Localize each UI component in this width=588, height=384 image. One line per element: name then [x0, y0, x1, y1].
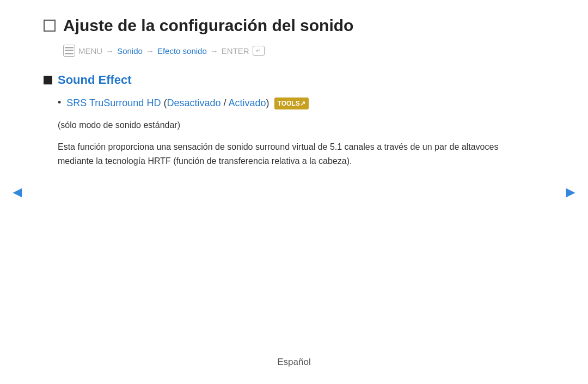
breadcrumb-efecto: Efecto sonido — [157, 46, 207, 56]
title-checkbox — [44, 20, 56, 32]
svg-rect-1 — [65, 50, 74, 52]
bullet-content-srs: SRS TruSurround HD (Desactivado / Activa… — [66, 96, 308, 111]
svg-rect-0 — [65, 47, 74, 48]
nav-arrow-left[interactable]: ◄ — [10, 184, 25, 201]
bullet-dot: • — [58, 97, 61, 108]
page-container: Ajuste de la configuración del sonido ME… — [0, 0, 588, 384]
title-section: Ajuste de la configuración del sonido — [44, 16, 544, 35]
bullet-item-srs: • SRS TruSurround HD (Desactivado / Acti… — [58, 96, 544, 111]
sub-note: (sólo modo de sonido estándar) — [58, 118, 544, 132]
srs-label: SRS TruSurround HD — [66, 97, 161, 108]
enter-icon: ↵ — [253, 46, 265, 56]
section-header: Sound Effect — [44, 73, 544, 87]
content-section: Sound Effect • SRS TruSurround HD (Desac… — [44, 73, 544, 168]
page-title: Ajuste de la configuración del sonido — [63, 16, 353, 35]
svg-rect-2 — [65, 53, 74, 54]
section-title: Sound Effect — [58, 73, 132, 87]
breadcrumb-menu: MENU — [78, 46, 102, 56]
paren-close: ) — [266, 97, 270, 108]
slash: / — [220, 97, 228, 108]
breadcrumb-sonido: Sonido — [117, 46, 143, 56]
footer: Español — [0, 357, 588, 368]
menu-icon — [63, 45, 75, 57]
tools-badge: TOOLS↗ — [274, 97, 309, 109]
option-activado: Activado — [228, 97, 266, 108]
breadcrumb: MENU → Sonido → Efecto sonido → ENTER ↵ — [63, 45, 544, 57]
breadcrumb-enter-label: ENTER — [222, 46, 249, 56]
footer-language: Español — [277, 357, 310, 367]
option-desactivado: Desactivado — [167, 97, 220, 108]
description-text: Esta función proporciona una sensación d… — [58, 140, 526, 169]
nav-arrow-right[interactable]: ► — [563, 184, 578, 201]
tools-badge-label: TOOLS — [278, 100, 300, 107]
section-square-icon — [44, 76, 52, 84]
